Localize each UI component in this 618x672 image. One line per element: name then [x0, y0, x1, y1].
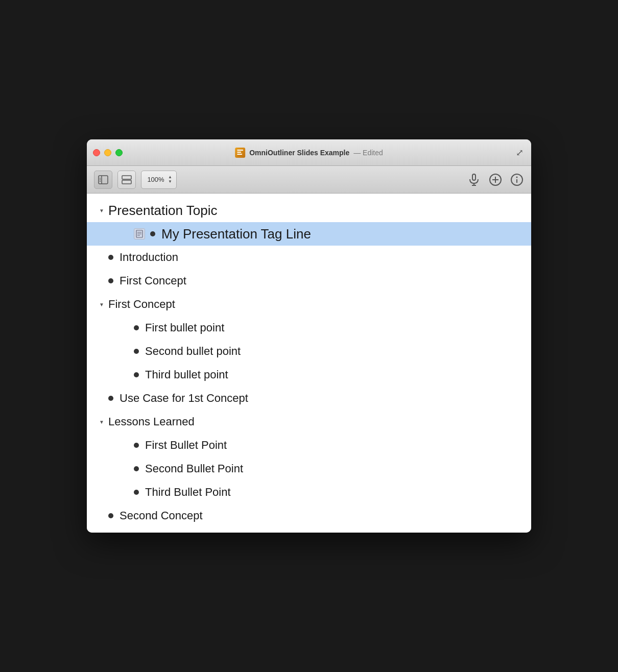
bullet-lessons-first	[134, 443, 139, 448]
outline-item-lessons-second[interactable]: Second Bullet Point	[87, 457, 531, 481]
outline-item-third-bullet-point[interactable]: Third bullet point	[87, 363, 531, 387]
svg-rect-1	[237, 152, 241, 153]
item-text-introduction: Introduction	[120, 251, 178, 264]
outline-item-presentation-topic[interactable]: Presentation Topic	[87, 199, 531, 222]
item-text-first-concept-2: First Concept	[108, 298, 175, 311]
item-text-lessons-learned: Lessons Learned	[108, 415, 195, 428]
zoom-control[interactable]: 100% ▲ ▼	[141, 171, 177, 189]
svg-point-17	[516, 176, 518, 178]
outline-item-use-case[interactable]: Use Case for 1st Concept	[87, 387, 531, 410]
toggle-arrow-presentation-topic[interactable]	[97, 206, 106, 215]
zoom-up-arrow[interactable]: ▲	[168, 175, 172, 179]
bullet-first-bullet-point	[134, 325, 139, 330]
outline-content: Presentation Topic My Presentation Tag L…	[87, 194, 531, 533]
toggle-arrow-first-concept-2[interactable]	[97, 300, 106, 309]
titlebar: OmniOutliner Slides Example — Edited ⤢	[87, 139, 531, 166]
minimize-button[interactable]	[104, 149, 111, 156]
toolbar: 100% ▲ ▼	[87, 166, 531, 194]
maximize-button[interactable]	[115, 149, 123, 156]
window-title: OmniOutliner Slides Example	[249, 149, 349, 157]
window-edited: — Edited	[353, 149, 383, 157]
zoom-down-arrow[interactable]: ▼	[168, 180, 172, 184]
close-button[interactable]	[93, 149, 100, 156]
fullscreen-icon[interactable]: ⤢	[514, 147, 525, 158]
svg-rect-2	[237, 154, 242, 155]
zoom-value: 100%	[146, 176, 166, 183]
info-icon[interactable]	[510, 173, 524, 187]
svg-rect-8	[122, 176, 131, 179]
title-area: OmniOutliner Slides Example — Edited	[235, 148, 383, 158]
bullet-lessons-second	[134, 466, 139, 471]
sidebar-toggle-button[interactable]	[94, 171, 112, 189]
outline-item-first-concept-1[interactable]: First Concept	[87, 269, 531, 293]
bullet-lessons-third	[134, 490, 139, 495]
toggle-arrow-lessons-learned[interactable]	[97, 417, 106, 426]
item-text-second-bullet-point: Second bullet point	[145, 345, 241, 358]
item-text-use-case: Use Case for 1st Concept	[120, 392, 248, 405]
svg-rect-0	[237, 150, 243, 151]
bullet-first-concept-1	[108, 278, 113, 283]
outline-item-first-bullet-point[interactable]: First bullet point	[87, 316, 531, 340]
zoom-arrows[interactable]: ▲ ▼	[168, 175, 172, 184]
item-text-lessons-second: Second Bullet Point	[145, 462, 243, 475]
item-doc-icon-my-presentation-tag	[134, 228, 145, 239]
item-text-second-concept: Second Concept	[120, 509, 203, 522]
toolbar-right-icons	[467, 173, 524, 187]
outline-item-my-presentation-tag[interactable]: My Presentation Tag Line	[87, 222, 531, 246]
item-text-third-bullet-point: Third bullet point	[145, 368, 228, 381]
item-text-first-concept-1: First Concept	[120, 274, 186, 287]
microphone-icon[interactable]	[467, 173, 481, 187]
outline-item-lessons-first[interactable]: First Bullet Point	[87, 434, 531, 457]
item-text-lessons-third: Third Bullet Point	[145, 486, 231, 499]
app-window: OmniOutliner Slides Example — Edited ⤢	[87, 139, 531, 533]
outline-item-lessons-third[interactable]: Third Bullet Point	[87, 481, 531, 504]
outline-item-lessons-learned[interactable]: Lessons Learned	[87, 410, 531, 434]
item-text-first-bullet-point: First bullet point	[145, 321, 224, 334]
app-icon	[235, 148, 245, 158]
titlebar-right-icons: ⤢	[514, 147, 525, 158]
bullet-my-presentation-tag	[150, 231, 155, 236]
add-icon[interactable]	[488, 173, 503, 187]
item-text-lessons-first: First Bullet Point	[145, 439, 227, 452]
bullet-second-concept	[108, 513, 113, 518]
outline-item-first-concept-2[interactable]: First Concept	[87, 293, 531, 316]
bullet-introduction	[108, 255, 113, 260]
outline-item-second-bullet-point[interactable]: Second bullet point	[87, 340, 531, 363]
outline-item-second-concept[interactable]: Second Concept	[87, 504, 531, 527]
bullet-third-bullet-point	[134, 372, 139, 377]
item-text-my-presentation-tag: My Presentation Tag Line	[161, 226, 311, 242]
item-text-presentation-topic: Presentation Topic	[108, 203, 217, 219]
bullet-second-bullet-point	[134, 349, 139, 354]
svg-rect-9	[122, 180, 131, 184]
traffic-lights	[93, 149, 123, 156]
svg-rect-10	[472, 174, 476, 180]
bullet-use-case	[108, 396, 113, 401]
outline-item-introduction[interactable]: Introduction	[87, 246, 531, 269]
view-toggle-button[interactable]	[117, 171, 136, 189]
